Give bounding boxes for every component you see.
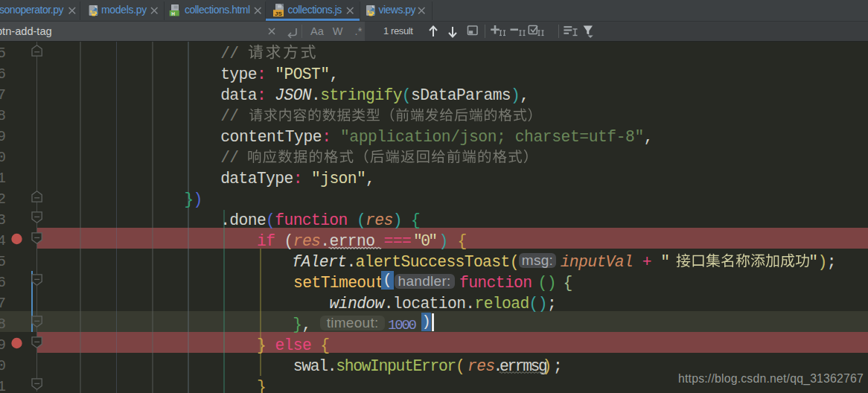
svg-text:JS: JS (275, 10, 282, 17)
svg-text:H: H (171, 11, 175, 16)
